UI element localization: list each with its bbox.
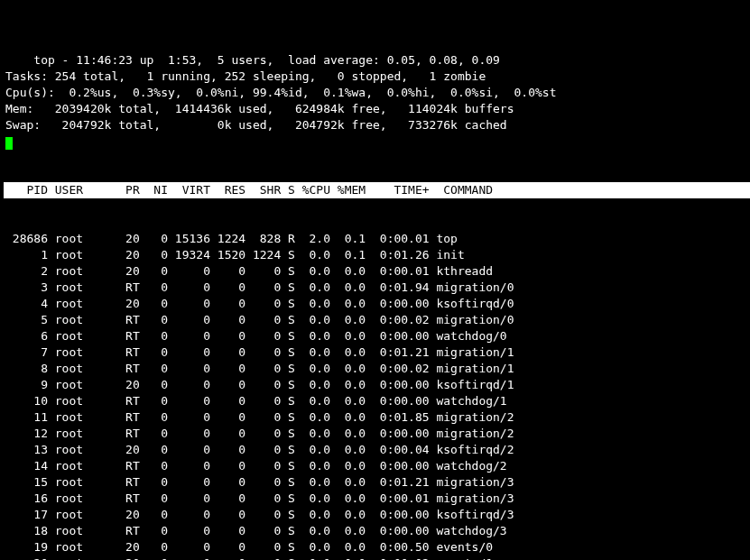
- process-row: 7 root RT 0 0 0 0 S 0.0 0.0 0:01.21 migr…: [5, 344, 750, 361]
- process-row: 1 root 20 0 19324 1520 1224 S 0.0 0.1 0:…: [5, 247, 750, 263]
- process-row: 10 root RT 0 0 0 0 S 0.0 0.0 0:00.00 wat…: [5, 393, 750, 409]
- process-row: 3 root RT 0 0 0 0 S 0.0 0.0 0:01.94 migr…: [5, 280, 750, 296]
- process-row: 12 root RT 0 0 0 0 S 0.0 0.0 0:00.00 mig…: [5, 426, 750, 442]
- process-row: 11 root RT 0 0 0 0 S 0.0 0.0 0:01.85 mig…: [5, 409, 750, 426]
- process-row: 14 root RT 0 0 0 0 S 0.0 0.0 0:00.00 wat…: [5, 458, 750, 474]
- terminal[interactable]: top - 11:46:23 up 1:53, 5 users, load av…: [0, 0, 750, 560]
- process-table-header: PID USER PR NI VIRT RES SHR S %CPU %MEM …: [4, 182, 750, 198]
- process-row: 6 root RT 0 0 0 0 S 0.0 0.0 0:00.00 watc…: [5, 328, 750, 344]
- process-row: 9 root 20 0 0 0 0 S 0.0 0.0 0:00.00 ksof…: [5, 377, 750, 393]
- summary-line-mem: Mem: 2039420k total, 1414436k used, 6249…: [5, 102, 514, 115]
- summary-line-tasks: Tasks: 254 total, 1 running, 252 sleepin…: [5, 69, 486, 83]
- process-row: 5 root RT 0 0 0 0 S 0.0 0.0 0:00.02 migr…: [5, 312, 750, 328]
- summary-line-cpu: Cpu(s): 0.2%us, 0.3%sy, 0.0%ni, 99.4%id,…: [5, 86, 556, 99]
- process-row: 13 root 20 0 0 0 0 S 0.0 0.0 0:00.04 kso…: [5, 442, 750, 458]
- summary-line-uptime: top - 11:46:23 up 1:53, 5 users, load av…: [33, 53, 500, 67]
- process-row: 4 root 20 0 0 0 0 S 0.0 0.0 0:00.00 ksof…: [5, 296, 750, 312]
- process-row: 15 root RT 0 0 0 0 S 0.0 0.0 0:01.21 mig…: [5, 474, 750, 491]
- process-table-body: 28686 root 20 0 15136 1224 828 R 2.0 0.1…: [4, 231, 750, 560]
- process-row: 2 root 20 0 0 0 0 S 0.0 0.0 0:00.01 kthr…: [5, 263, 750, 280]
- process-row: 18 root RT 0 0 0 0 S 0.0 0.0 0:00.00 wat…: [5, 523, 750, 539]
- process-row: 19 root 20 0 0 0 0 S 0.0 0.0 0:00.50 eve…: [5, 539, 750, 555]
- process-row: 8 root RT 0 0 0 0 S 0.0 0.0 0:00.02 migr…: [5, 361, 750, 377]
- top-summary: top - 11:46:23 up 1:53, 5 users, load av…: [4, 36, 750, 150]
- summary-line-swap: Swap: 204792k total, 0k used, 204792k fr…: [5, 118, 507, 132]
- process-row: 17 root 20 0 0 0 0 S 0.0 0.0 0:00.00 kso…: [5, 507, 750, 523]
- process-row: 20 root 20 0 0 0 0 S 0.0 0.0 0:00.02 eve…: [5, 555, 750, 560]
- process-row: 16 root RT 0 0 0 0 S 0.0 0.0 0:00.01 mig…: [5, 491, 750, 507]
- process-row: 28686 root 20 0 15136 1224 828 R 2.0 0.1…: [5, 231, 750, 247]
- cursor: [5, 137, 13, 150]
